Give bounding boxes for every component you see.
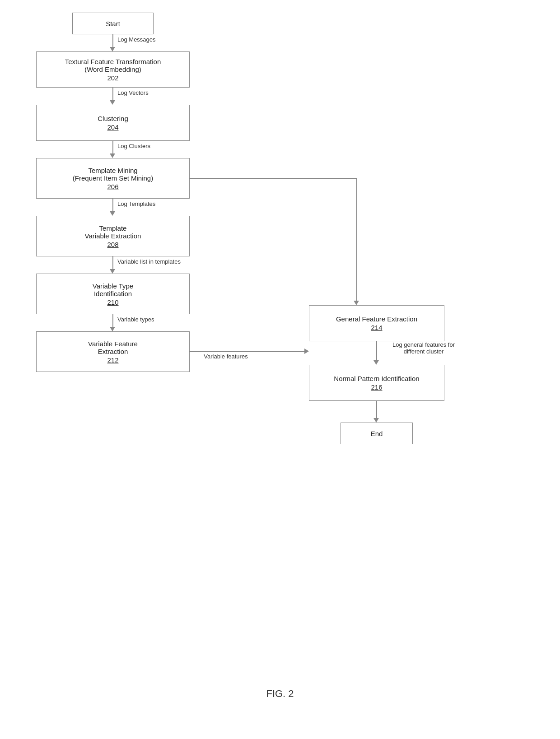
box-212: Variable FeatureExtraction 212 bbox=[36, 331, 190, 372]
box-214-num: 214 bbox=[371, 324, 382, 331]
box-216: Normal Pattern Identification 216 bbox=[309, 365, 444, 401]
label-variable-features: Variable features bbox=[199, 353, 253, 360]
start-label: Start bbox=[106, 20, 120, 28]
box-210-num: 210 bbox=[107, 298, 118, 306]
box-206: Template Mining(Frequent Item Set Mining… bbox=[36, 158, 190, 199]
label-log-messages: Log Messages bbox=[117, 36, 156, 43]
box-208: TemplateVariable Extraction 208 bbox=[36, 216, 190, 256]
box-208-label: TemplateVariable Extraction bbox=[85, 224, 141, 240]
label-variable-types: Variable types bbox=[117, 316, 154, 323]
figure-label: FIG. 2 bbox=[266, 688, 294, 700]
box-214: General Feature Extraction 214 bbox=[309, 305, 444, 341]
box-204: Clustering 204 bbox=[36, 105, 190, 141]
label-log-vectors: Log Vectors bbox=[117, 89, 149, 96]
label-variable-list: Variable list in templates bbox=[117, 258, 181, 265]
label-log-general-features: Log general features for different clust… bbox=[383, 341, 464, 355]
box-212-label: Variable FeatureExtraction bbox=[88, 340, 138, 355]
box-210: Variable TypeIdentification 210 bbox=[36, 274, 190, 314]
box-204-num: 204 bbox=[107, 123, 118, 131]
end-box: End bbox=[341, 423, 413, 444]
box-202: Textural Feature Transformation(Word Emb… bbox=[36, 51, 190, 88]
box-202-num: 202 bbox=[107, 74, 118, 82]
label-log-clusters: Log Clusters bbox=[117, 143, 150, 149]
box-210-label: Variable TypeIdentification bbox=[93, 282, 133, 297]
start-box: Start bbox=[72, 13, 154, 34]
box-208-num: 208 bbox=[107, 241, 118, 248]
box-206-num: 206 bbox=[107, 183, 118, 191]
box-206-label: Template Mining(Frequent Item Set Mining… bbox=[73, 167, 153, 182]
label-log-templates: Log Templates bbox=[117, 200, 155, 207]
diagram-container: Start Log Messages Textural Feature Tran… bbox=[0, 0, 560, 713]
end-label: End bbox=[371, 430, 383, 437]
box-202-label: Textural Feature Transformation(Word Emb… bbox=[65, 58, 161, 73]
box-214-label: General Feature Extraction bbox=[336, 315, 417, 323]
box-212-num: 212 bbox=[107, 356, 118, 364]
box-204-label: Clustering bbox=[98, 115, 128, 122]
box-216-label: Normal Pattern Identification bbox=[334, 375, 419, 382]
box-216-num: 216 bbox=[371, 383, 382, 391]
